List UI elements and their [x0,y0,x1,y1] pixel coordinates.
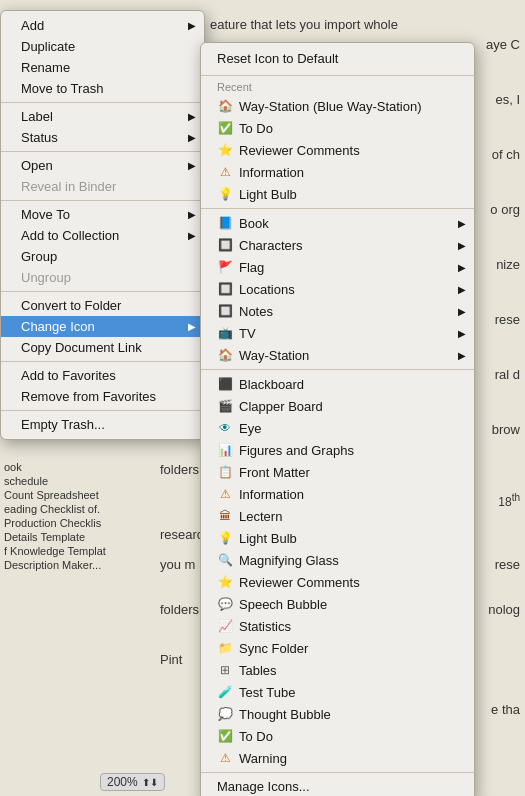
separator [1,102,204,103]
sidebar-item[interactable]: Production Checklis [0,516,120,530]
submenu-item-label: Thought Bubble [239,707,331,722]
menu-item-copy-document-link[interactable]: Copy Document Link [1,337,204,358]
submenu-item-label: Flag [239,260,264,275]
waystation2-icon: 🏠 [217,347,233,363]
menu-item-label: Convert to Folder [21,298,121,313]
menu-item-group[interactable]: Group [1,246,204,267]
submenu-item-waystation[interactable]: 🏠 Way-Station (Blue Way-Station) [201,95,474,117]
context-menu: Add ▶ Duplicate Rename Move to Trash Lab… [0,10,205,440]
submenu-item-reviewer-comments-recent[interactable]: ⭐ Reviewer Comments [201,139,474,161]
submenu-item-label: Tables [239,663,277,678]
submenu-item-todo[interactable]: ✅ To Do [201,725,474,747]
sidebar-item[interactable]: f Knowledge Templat [0,544,120,558]
arrow-icon: ▶ [188,20,196,31]
information-icon: ⚠ [217,486,233,502]
submenu-item-book[interactable]: 📘 Book ▶ [201,212,474,234]
menu-item-convert-to-folder[interactable]: Convert to Folder [1,295,204,316]
submenu-item-test-tube[interactable]: 🧪 Test Tube [201,681,474,703]
menu-item-change-icon[interactable]: Change Icon ▶ [1,316,204,337]
submenu-item-label: To Do [239,121,273,136]
reviewer-comments-icon: ⭐ [217,574,233,590]
submenu-item-lightbulb[interactable]: 💡 Light Bulb [201,527,474,549]
menu-item-add-to-collection[interactable]: Add to Collection ▶ [1,225,204,246]
separator [201,208,474,209]
submenu-item-lightbulb-recent[interactable]: 💡 Light Bulb [201,183,474,205]
menu-item-empty-trash[interactable]: Empty Trash... [1,414,204,435]
menu-item-duplicate[interactable]: Duplicate [1,36,204,57]
menu-item-label: Label [21,109,53,124]
submenu-item-lectern[interactable]: 🏛 Lectern [201,505,474,527]
submenu-item-manage-icons[interactable]: Manage Icons... [201,776,474,796]
submenu-item-label: Lectern [239,509,282,524]
arrow-icon: ▶ [458,218,466,229]
book-icon: 📘 [217,215,233,231]
waystation-icon: 🏠 [217,98,233,114]
submenu-item-characters[interactable]: 🔲 Characters ▶ [201,234,474,256]
figures-graphs-icon: 📊 [217,442,233,458]
submenu-change-icon: Reset Icon to Default Recent 🏠 Way-Stati… [200,42,475,796]
menu-item-add-to-favorites[interactable]: Add to Favorites [1,365,204,386]
arrow-icon: ▶ [188,321,196,332]
menu-item-move-to-trash[interactable]: Move to Trash [1,78,204,99]
submenu-item-speech-bubble[interactable]: 💬 Speech Bubble [201,593,474,615]
menu-item-ungroup: Ungroup [1,267,204,288]
submenu-item-front-matter[interactable]: 📋 Front Matter [201,461,474,483]
separator [1,151,204,152]
lightbulb2-icon: 💡 [217,530,233,546]
submenu-item-statistics[interactable]: 📈 Statistics [201,615,474,637]
menu-item-open[interactable]: Open ▶ [1,155,204,176]
submenu-item-blackboard[interactable]: ⬛ Blackboard [201,373,474,395]
submenu-item-warning[interactable]: ⚠ Warning [201,747,474,769]
menu-item-rename[interactable]: Rename [1,57,204,78]
sidebar-item[interactable]: Count Spreadsheet [0,488,120,502]
submenu-item-reviewer-comments[interactable]: ⭐ Reviewer Comments [201,571,474,593]
front-matter-icon: 📋 [217,464,233,480]
bg-text-11: 18th [498,490,520,512]
todo2-icon: ✅ [217,728,233,744]
submenu-item-figures-graphs[interactable]: 📊 Figures and Graphs [201,439,474,461]
menu-item-remove-from-favorites[interactable]: Remove from Favorites [1,386,204,407]
sidebar-item[interactable]: eading Checklist of. [0,502,120,516]
submenu-item-label: Information [239,487,304,502]
submenu-item-sync-folder[interactable]: 📁 Sync Folder [201,637,474,659]
separator [201,772,474,773]
submenu-item-notes[interactable]: 🔲 Notes ▶ [201,300,474,322]
submenu-item-tv[interactable]: 📺 TV ▶ [201,322,474,344]
submenu-item-flag[interactable]: 🚩 Flag ▶ [201,256,474,278]
submenu-item-label: Front Matter [239,465,310,480]
submenu-item-clapper-board[interactable]: 🎬 Clapper Board [201,395,474,417]
menu-item-move-to[interactable]: Move To ▶ [1,204,204,225]
menu-item-status[interactable]: Status ▶ [1,127,204,148]
zoom-stepper-icon[interactable]: ⬆⬇ [142,777,158,788]
sync-folder-icon: 📁 [217,640,233,656]
menu-item-label: Move to Trash [21,81,103,96]
menu-item-label: Group [21,249,57,264]
arrow-icon: ▶ [188,230,196,241]
submenu-item-reset[interactable]: Reset Icon to Default [201,47,474,72]
zoom-bar[interactable]: 200% ⬆⬇ [100,773,165,791]
arrow-icon: ▶ [458,350,466,361]
submenu-item-todo-recent[interactable]: ✅ To Do [201,117,474,139]
menu-item-label[interactable]: Label ▶ [1,106,204,127]
sidebar-item[interactable]: schedule [0,474,120,488]
lightbulb-icon: 💡 [217,186,233,202]
sidebar-item[interactable]: ook [0,460,120,474]
sidebar-item[interactable]: Details Template [0,530,120,544]
submenu-item-thought-bubble[interactable]: 💭 Thought Bubble [201,703,474,725]
submenu-item-locations[interactable]: 🔲 Locations ▶ [201,278,474,300]
submenu-item-information[interactable]: ⚠ Information [201,483,474,505]
separator [201,75,474,76]
menu-item-label: Open [21,158,53,173]
sidebar-item[interactable]: Description Maker... [0,558,120,572]
menu-item-add[interactable]: Add ▶ [1,15,204,36]
submenu-item-magnifying-glass[interactable]: 🔍 Magnifying Glass [201,549,474,571]
separator [201,369,474,370]
separator [1,291,204,292]
submenu-item-waystation2[interactable]: 🏠 Way-Station ▶ [201,344,474,366]
submenu-item-tables[interactable]: ⊞ Tables [201,659,474,681]
submenu-item-information-recent[interactable]: ⚠ Information [201,161,474,183]
submenu-item-label: Light Bulb [239,531,297,546]
submenu-item-label: Book [239,216,269,231]
submenu-item-label: Characters [239,238,303,253]
submenu-item-eye[interactable]: 👁 Eye [201,417,474,439]
